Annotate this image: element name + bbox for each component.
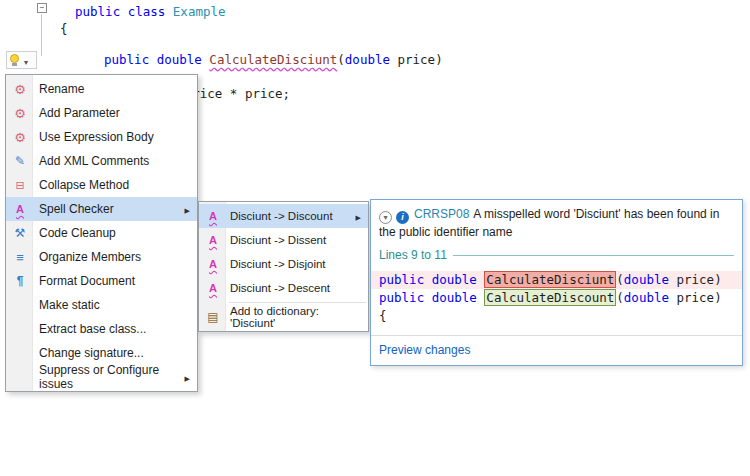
method-name-misspelled: CalculateDisciunt bbox=[209, 52, 337, 67]
menu-item-add-parameter[interactable]: Add Parameter bbox=[6, 101, 197, 125]
rule-id: CRRSP08 bbox=[414, 207, 469, 221]
new-code-line: public double CalculateDiscount(double p… bbox=[371, 289, 742, 307]
spell-checker-submenu: Disciunt -> Discount Disciunt -> Dissent… bbox=[198, 201, 369, 332]
spell-suggestion-icon bbox=[204, 234, 222, 246]
lightbulb-icon bbox=[10, 54, 19, 63]
preview-changes-link[interactable]: Preview changes bbox=[371, 336, 742, 365]
menu-item-change-signature[interactable]: Change signature... bbox=[6, 341, 197, 365]
submenu-item-descent[interactable]: Disciunt -> Descent bbox=[199, 276, 368, 300]
menu-item-label: Add Parameter bbox=[39, 106, 120, 120]
spell-suggestion-icon bbox=[204, 282, 222, 294]
menu-item-label: Extract base class... bbox=[39, 322, 146, 336]
dictionary-book-icon bbox=[204, 310, 222, 324]
token-keyword: double bbox=[624, 272, 669, 287]
menu-item-label: Rename bbox=[39, 82, 84, 96]
submenu-item-dissent[interactable]: Disciunt -> Dissent bbox=[199, 228, 368, 252]
menu-item-organize-members[interactable]: Organize Members bbox=[6, 245, 197, 269]
chevron-down-icon bbox=[24, 51, 28, 69]
menu-item-label: Add to dictionary: 'Disciunt' bbox=[230, 305, 361, 329]
lines-range-row: Lines 9 to 11 bbox=[379, 248, 734, 262]
token-keyword: public double bbox=[104, 52, 209, 67]
submenu-arrow-icon bbox=[185, 202, 190, 216]
token-parameter: price) bbox=[390, 52, 443, 67]
menu-item-label: Disciunt -> Disjoint bbox=[230, 258, 326, 270]
token-paren: ( bbox=[616, 290, 624, 305]
menu-item-label: Disciunt -> Descent bbox=[230, 282, 330, 294]
class-name: Example bbox=[173, 4, 226, 19]
code-line-class-declaration: public class Example bbox=[75, 4, 226, 20]
submenu-arrow-icon bbox=[356, 210, 361, 222]
token-paren: ( bbox=[337, 52, 345, 67]
spell-checker-icon bbox=[11, 202, 29, 216]
add-parameter-icon bbox=[11, 106, 29, 121]
new-identifier: CalculateDiscount bbox=[484, 289, 616, 306]
menu-item-suppress-configure-issues[interactable]: Suppress or Configure issues bbox=[6, 365, 197, 389]
spell-suggestion-icon bbox=[204, 258, 222, 270]
menu-item-label: Disciunt -> Discount bbox=[230, 210, 333, 222]
token-keyword: public double bbox=[379, 272, 484, 287]
token-keyword: double bbox=[624, 290, 669, 305]
spell-suggestion-icon bbox=[204, 210, 222, 222]
refactor-preview-popup: CRRSP08A misspelled word 'Disciunt' has … bbox=[370, 199, 743, 366]
submenu-item-add-to-dictionary[interactable]: Add to dictionary: 'Disciunt' bbox=[199, 305, 368, 329]
menu-item-code-cleanup[interactable]: Code Cleanup bbox=[6, 221, 197, 245]
indent-guide bbox=[41, 14, 42, 56]
code-preview: public double CalculateDisciunt(double p… bbox=[371, 271, 742, 325]
format-document-icon bbox=[11, 274, 29, 288]
menu-item-label: Organize Members bbox=[39, 250, 141, 264]
menu-item-spell-checker[interactable]: Spell Checker bbox=[6, 197, 197, 221]
menu-item-format-document[interactable]: Format Document bbox=[6, 269, 197, 293]
quick-actions-lightbulb[interactable] bbox=[6, 51, 37, 69]
menu-item-label: Collapse Method bbox=[39, 178, 129, 192]
xml-comments-icon bbox=[11, 154, 29, 168]
token-keyword: public double bbox=[379, 290, 484, 305]
info-icon bbox=[396, 211, 409, 224]
code-cleanup-icon bbox=[11, 226, 29, 240]
token-brace: { bbox=[60, 21, 68, 36]
menu-item-label: Add XML Comments bbox=[39, 154, 149, 168]
menu-item-rename[interactable]: Rename bbox=[6, 77, 197, 101]
brace-code-line: { bbox=[371, 307, 742, 325]
organize-members-icon bbox=[11, 250, 29, 265]
vs-editor-screenshot: public class Example { public double Cal… bbox=[0, 0, 750, 476]
menu-item-make-static[interactable]: Make static bbox=[6, 293, 197, 317]
token-parameter: price) bbox=[669, 272, 722, 287]
menu-item-add-xml-comments[interactable]: Add XML Comments bbox=[6, 149, 197, 173]
menu-item-collapse-method[interactable]: Collapse Method bbox=[6, 173, 197, 197]
old-identifier: CalculateDisciunt bbox=[484, 271, 616, 288]
lines-range-label: Lines 9 to 11 bbox=[379, 248, 447, 262]
menu-item-label: Use Expression Body bbox=[39, 130, 154, 144]
lines-range-rule bbox=[453, 255, 734, 256]
menu-item-label: Code Cleanup bbox=[39, 226, 116, 240]
collapse-method-icon bbox=[11, 178, 29, 192]
token-keyword: double bbox=[345, 52, 390, 67]
token-parameter: price) bbox=[669, 290, 722, 305]
menu-item-label: Make static bbox=[39, 298, 100, 312]
menu-item-label: Disciunt -> Dissent bbox=[230, 234, 326, 246]
expression-body-icon bbox=[11, 130, 29, 145]
submenu-item-discount[interactable]: Disciunt -> Discount bbox=[199, 204, 368, 228]
menu-item-label: Change signature... bbox=[39, 346, 144, 360]
fold-collapse-icon[interactable] bbox=[37, 3, 47, 13]
menu-item-use-expression-body[interactable]: Use Expression Body bbox=[6, 125, 197, 149]
context-menu: Rename Add Parameter Use Expression Body… bbox=[5, 74, 198, 392]
menu-item-label: Spell Checker bbox=[39, 202, 114, 216]
menu-item-label: Suppress or Configure issues bbox=[39, 363, 185, 391]
token-paren: ( bbox=[616, 272, 624, 287]
collapse-chevron-icon[interactable] bbox=[379, 211, 392, 224]
token-brace: { bbox=[379, 308, 387, 323]
code-line-method-signature: public double CalculateDisciunt(double p… bbox=[104, 52, 443, 68]
menu-item-extract-base-class[interactable]: Extract base class... bbox=[6, 317, 197, 341]
diagnostic-header: CRRSP08A misspelled word 'Disciunt' has … bbox=[371, 200, 742, 240]
code-line-open-brace: { bbox=[60, 21, 68, 37]
submenu-arrow-icon bbox=[185, 370, 190, 384]
menu-item-label: Format Document bbox=[39, 274, 135, 288]
rename-icon bbox=[11, 82, 29, 97]
token-keyword: public class bbox=[75, 4, 173, 19]
old-code-line: public double CalculateDisciunt(double p… bbox=[371, 271, 742, 289]
menu-separator bbox=[229, 302, 366, 303]
submenu-item-disjoint[interactable]: Disciunt -> Disjoint bbox=[199, 252, 368, 276]
